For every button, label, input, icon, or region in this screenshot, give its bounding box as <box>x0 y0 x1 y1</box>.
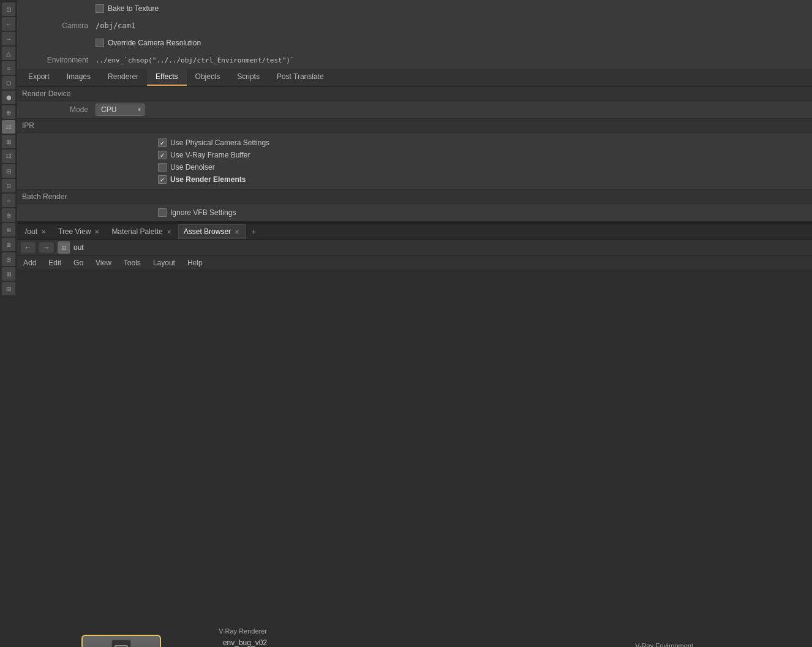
use-physical-camera-label: Use Physical Camera Settings <box>170 138 269 147</box>
camera-row: Camera /obj/cam1 <box>17 17 812 34</box>
mode-value: CPU <box>101 105 116 114</box>
tab-asset-browser[interactable]: Asset Browser ✕ <box>178 224 246 239</box>
renderer-node-icon <box>111 640 131 647</box>
tab-material-palette-label: Material Palette <box>111 227 162 236</box>
tab-effects[interactable]: Effects <box>147 69 186 86</box>
sidebar-icon-6[interactable]: ⬢ <box>2 91 15 104</box>
sidebar-icon-7[interactable]: ⊕ <box>2 105 15 119</box>
camera-value[interactable]: /obj/cam1 <box>96 21 135 30</box>
ipr-checkbox-row-1: ✓ Use V-Ray Frame Buffer <box>17 149 812 161</box>
menu-go[interactable]: Go <box>71 257 86 268</box>
tab-images[interactable]: Images <box>58 69 99 86</box>
mode-row: Mode CPU <box>17 101 812 118</box>
renderer-type-label: V-Ray Renderer <box>219 627 267 635</box>
ipr-header: IPR <box>17 118 812 133</box>
tab-scripts[interactable]: Scripts <box>228 69 268 86</box>
use-denoiser-checkbox[interactable] <box>158 163 167 172</box>
bake-to-texture-label: Bake to Texture <box>108 4 159 13</box>
sidebar-icon-10[interactable]: 12 <box>2 149 15 163</box>
sidebar-icon-18[interactable]: ⊞ <box>2 267 15 281</box>
override-camera-label: Override Camera Resolution <box>108 39 201 47</box>
batch-render-header: Batch Render <box>17 189 812 204</box>
menu-add[interactable]: Add <box>21 257 39 268</box>
menu-edit[interactable]: Edit <box>46 257 64 268</box>
use-denoiser-label: Use Denoiser <box>170 163 215 172</box>
sidebar-icon-3[interactable]: △ <box>2 47 15 60</box>
mode-dropdown[interactable]: CPU <box>96 104 145 116</box>
tab-tree-view[interactable]: Tree View ✕ <box>53 224 106 239</box>
ignore-vfb-checkbox[interactable] <box>158 208 167 217</box>
ignore-vfb-label: Ignore VFB Settings <box>170 208 236 217</box>
camera-label: Camera <box>22 21 96 30</box>
environment-label: Environment <box>22 56 96 64</box>
ipr-checkbox-row-0: ✓ Use Physical Camera Settings <box>17 137 812 149</box>
main-content: Bake to Texture Camera /obj/cam1 Overrid… <box>17 0 812 647</box>
use-render-elements-checkbox[interactable]: ✓ <box>158 175 167 184</box>
back-button[interactable]: ← <box>21 242 36 253</box>
renderer-node[interactable]: 2 ▶ V-Ray Renderer env_bug_v02 <box>81 635 161 647</box>
sidebar-icon-15[interactable]: ⊛ <box>2 223 15 236</box>
tab-material-palette[interactable]: Material Palette ✕ <box>106 224 178 239</box>
batch-section: Ignore VFB Settings <box>17 204 812 221</box>
path-text: out <box>73 243 84 252</box>
tab-material-palette-close[interactable]: ✕ <box>165 229 173 235</box>
environment-value[interactable]: ../env_`chsop("../../obj/ctrl_Environmen… <box>96 56 295 64</box>
sidebar-icon-19[interactable]: ⊟ <box>2 282 15 295</box>
bake-to-texture-row: Bake to Texture <box>17 0 812 17</box>
sidebar-icon-0[interactable]: ⊡ <box>2 2 15 16</box>
sidebar-icon-14[interactable]: ⊚ <box>2 208 15 222</box>
renderer-name-label: env_bug_v02 <box>223 638 267 647</box>
top-panel: Bake to Texture Camera /obj/cam1 Overrid… <box>17 0 812 222</box>
sidebar-icon-17[interactable]: ⊝ <box>2 252 15 266</box>
path-icon: ⊙ <box>58 241 70 254</box>
sidebar-icon-1[interactable]: ← <box>2 17 15 31</box>
sidebar-icon-13[interactable]: ○ <box>2 194 15 207</box>
node-canvas: 2 ▶ V-Ray Renderer env_bug_v02 <box>17 270 812 647</box>
tab-asset-browser-close[interactable]: ✕ <box>233 229 241 235</box>
mode-label: Mode <box>22 105 96 114</box>
add-tab-button[interactable]: + <box>246 224 261 239</box>
node-menu-bar: Add Edit Go View Tools Layout Help <box>17 256 812 270</box>
tab-objects[interactable]: Objects <box>187 69 229 86</box>
menu-view[interactable]: View <box>93 257 114 268</box>
tab-tree-view-close[interactable]: ✕ <box>93 229 100 235</box>
render-device-header: Render Device <box>17 86 812 101</box>
use-render-elements-label: Use Render Elements <box>170 175 246 184</box>
sidebar-icon-16[interactable]: ⊜ <box>2 238 15 251</box>
bottom-panel: /out ✕ Tree View ✕ Material Palette ✕ As… <box>17 224 812 647</box>
sidebar-icon-11[interactable]: ⊟ <box>2 164 15 178</box>
tab-export[interactable]: Export <box>20 69 58 86</box>
override-camera-row: Override Camera Resolution <box>17 34 812 51</box>
env-red-type-label: V-Ray Environment <box>635 642 693 647</box>
menu-layout[interactable]: Layout <box>151 257 178 268</box>
left-sidebar: ⊡ ← → △ ○ ⬡ ⬢ ⊕ 12 ⊞ 12 ⊟ ⊙ ○ ⊚ ⊛ ⊜ ⊝ ⊞ … <box>0 0 17 647</box>
use-vray-frame-buffer-label: Use V-Ray Frame Buffer <box>170 151 250 159</box>
renderer-node-body[interactable]: V-Ray Renderer env_bug_v02 <box>81 635 161 647</box>
tab-post-translate[interactable]: Post Translate <box>268 69 333 86</box>
use-vray-frame-buffer-checkbox[interactable]: ✓ <box>158 151 167 159</box>
tab-out[interactable]: /out ✕ <box>20 224 53 239</box>
tab-out-label: /out <box>25 227 37 236</box>
sidebar-icon-2[interactable]: → <box>2 32 15 45</box>
sidebar-icon-4[interactable]: ○ <box>2 61 15 75</box>
sidebar-icon-9[interactable]: ⊞ <box>2 135 15 148</box>
connector-lines <box>17 270 812 647</box>
sidebar-icon-8[interactable]: 12 <box>2 120 15 134</box>
sidebar-icon-5[interactable]: ⬡ <box>2 76 15 89</box>
tab-asset-browser-label: Asset Browser <box>184 227 231 236</box>
environment-row: Environment ../env_`chsop("../../obj/ctr… <box>17 51 812 69</box>
tab-renderer[interactable]: Renderer <box>99 69 147 86</box>
path-icon-symbol: ⊙ <box>61 244 66 251</box>
sidebar-icon-12[interactable]: ⊙ <box>2 179 15 192</box>
forward-button[interactable]: → <box>39 242 54 253</box>
path-bar: ← → ⊙ out <box>17 240 812 256</box>
menu-help[interactable]: Help <box>185 257 205 268</box>
bottom-tabs-bar: /out ✕ Tree View ✕ Material Palette ✕ As… <box>17 224 812 240</box>
use-physical-camera-checkbox[interactable]: ✓ <box>158 138 167 147</box>
batch-checkbox-row-0: Ignore VFB Settings <box>17 206 812 219</box>
bake-to-texture-checkbox[interactable] <box>96 4 104 13</box>
menu-tools[interactable]: Tools <box>121 257 143 268</box>
override-camera-checkbox[interactable] <box>96 39 104 47</box>
tab-tree-view-label: Tree View <box>58 227 91 236</box>
tab-out-close[interactable]: ✕ <box>40 229 47 235</box>
